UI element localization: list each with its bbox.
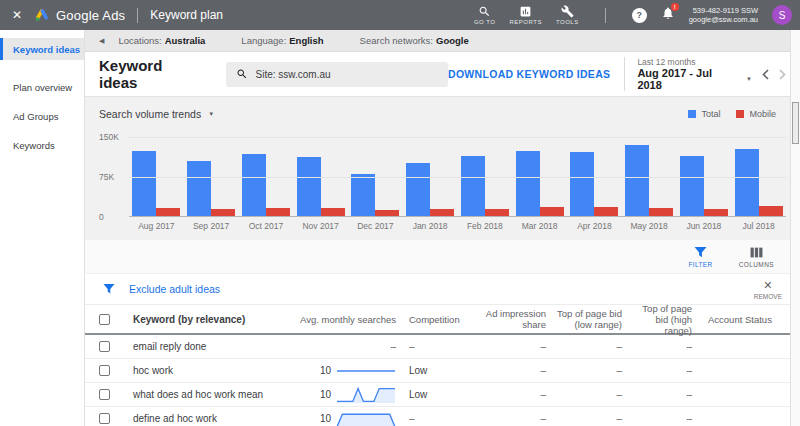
legend-swatch-total	[688, 110, 696, 118]
legend-total-label: Total	[701, 109, 720, 119]
bar-group	[622, 145, 677, 216]
networks-filter[interactable]: Search networks:Google	[360, 35, 469, 46]
bar-mobile	[211, 209, 235, 216]
close-icon[interactable]: ✕	[12, 8, 22, 22]
bar-mobile	[156, 208, 180, 216]
tools-button[interactable]: TOOLS	[556, 5, 579, 25]
account-info[interactable]: 539-482-9119 SSW google@ssw.com.au	[689, 6, 758, 24]
y-tick-0: 0	[99, 212, 104, 222]
next-period-button[interactable]	[779, 69, 786, 80]
reports-icon	[519, 5, 532, 18]
google-ads-triangle-icon	[34, 7, 50, 23]
bar-total	[570, 152, 594, 216]
language-filter[interactable]: Language:English	[241, 35, 323, 46]
legend-mobile-label: Mobile	[749, 109, 776, 119]
x-axis-label: Aug 2017	[129, 221, 184, 231]
account-email: google@ssw.com.au	[689, 15, 758, 24]
top-app-bar: ✕ Google Ads Keyword plan GO TO REPORTS …	[0, 0, 800, 30]
sidebar-item-ad-groups[interactable]: Ad Groups	[0, 105, 84, 127]
ad-impression-share-cell: –	[480, 413, 554, 424]
targeting-filter-bar: ◀ Locations:Australia Language:English S…	[85, 30, 800, 52]
locations-filter[interactable]: Locations:Australia	[118, 35, 205, 46]
y-tick-150k: 150K	[99, 132, 119, 142]
divider	[137, 8, 138, 23]
sidebar-item-keyword-ideas[interactable]: Keyword ideas	[0, 38, 84, 60]
go-to-button[interactable]: GO TO	[474, 5, 496, 25]
trend-sparkline	[336, 386, 396, 404]
download-keyword-ideas-link[interactable]: DOWNLOAD KEYWORD IDEAS	[448, 68, 610, 80]
bar-group	[731, 149, 786, 216]
collapse-arrow-icon[interactable]: ◀	[99, 37, 104, 45]
page-title: Keyword plan	[150, 8, 223, 22]
search-volume-trends-dropdown[interactable]: Search volume trends ▼	[99, 108, 214, 120]
panel-header: Keyword ideas Site: ssw.com.au DOWNLOAD …	[85, 52, 800, 97]
competition-cell: –	[396, 413, 480, 424]
language-label: Language:	[241, 35, 286, 46]
bar-total	[297, 157, 321, 216]
filter-funnel-icon	[694, 246, 707, 259]
bar-total	[625, 145, 649, 216]
bar-total	[187, 161, 211, 216]
avg-value: 10	[320, 365, 331, 376]
vertical-scrollbar[interactable]	[790, 30, 800, 426]
exclude-adult-ideas-chip[interactable]: Exclude adult ideas	[129, 283, 220, 295]
scrollbar-thumb[interactable]	[792, 102, 799, 144]
table-row: what does ad hoc work mean10Low–––	[85, 383, 800, 407]
close-icon: ✕	[763, 279, 772, 292]
prev-period-button[interactable]	[762, 69, 769, 80]
chevron-down-icon: ▼	[208, 111, 214, 117]
x-axis-label: Dec 2017	[348, 221, 403, 231]
table-toolbar: FILTER COLUMNS	[85, 240, 800, 274]
trend-sparkline	[336, 362, 396, 380]
filter-button[interactable]: FILTER	[688, 246, 712, 268]
avg-monthly-searches-cell: 10	[296, 386, 396, 404]
wrench-icon	[561, 5, 574, 18]
select-all-checkbox[interactable]	[99, 314, 110, 325]
gridline	[129, 177, 786, 178]
bid-high-cell: –	[630, 389, 700, 400]
date-range-value: Aug 2017 - Jul 2018	[637, 67, 738, 91]
seed-search-input[interactable]: Site: ssw.com.au	[226, 62, 448, 87]
language-value: English	[289, 35, 323, 46]
column-header: Keyword (by relevance)	[119, 314, 296, 325]
sidebar-item-keywords[interactable]: Keywords	[0, 134, 84, 156]
row-checkbox[interactable]	[99, 365, 110, 376]
avatar[interactable]: S	[772, 5, 792, 25]
date-range-picker[interactable]: Last 12 months Aug 2017 - Jul 2018▼	[624, 57, 752, 91]
bar-group	[677, 156, 732, 216]
chevron-down-icon: ▼	[746, 76, 752, 82]
columns-button[interactable]: COLUMNS	[739, 246, 774, 268]
row-checkbox[interactable]	[99, 413, 110, 424]
competition-cell: Low	[396, 389, 480, 400]
ad-impression-share-cell: –	[480, 389, 554, 400]
trends-label: Search volume trends	[99, 108, 201, 120]
bar-mobile	[704, 209, 728, 216]
sidebar-item-plan-overview[interactable]: Plan overview	[0, 76, 84, 98]
chart-legend: Total Mobile	[688, 109, 786, 119]
section-title: Keyword ideas	[99, 57, 204, 91]
help-icon[interactable]: ?	[632, 8, 647, 23]
bar-group	[458, 156, 513, 216]
x-axis-label: Mar 2018	[512, 221, 567, 231]
reports-button[interactable]: REPORTS	[510, 5, 542, 25]
keyword-cell: email reply done	[119, 341, 296, 352]
row-checkbox[interactable]	[99, 389, 110, 400]
legend-swatch-mobile	[736, 110, 744, 118]
remove-filter-button[interactable]: ✕ REMOVE	[754, 279, 782, 300]
bar-mobile	[759, 206, 783, 216]
bar-total	[406, 163, 430, 216]
filter-funnel-icon	[103, 283, 115, 295]
google-ads-logo: Google Ads	[34, 7, 125, 23]
bar-mobile	[375, 210, 399, 216]
bar-mobile	[594, 207, 618, 216]
gridline	[129, 137, 786, 138]
month-labels: Aug 2017Sep 2017Oct 2017Nov 2017Dec 2017…	[129, 221, 786, 231]
avg-monthly-searches-cell: 10	[296, 362, 396, 380]
bar-total	[132, 151, 156, 216]
notifications-button[interactable]: !	[661, 6, 675, 24]
bar-mobile	[649, 208, 673, 216]
table-header-row: Keyword (by relevance)Avg. monthly searc…	[85, 305, 800, 335]
bar-mobile	[540, 207, 564, 216]
row-checkbox[interactable]	[99, 341, 110, 352]
remove-label: REMOVE	[754, 293, 782, 300]
